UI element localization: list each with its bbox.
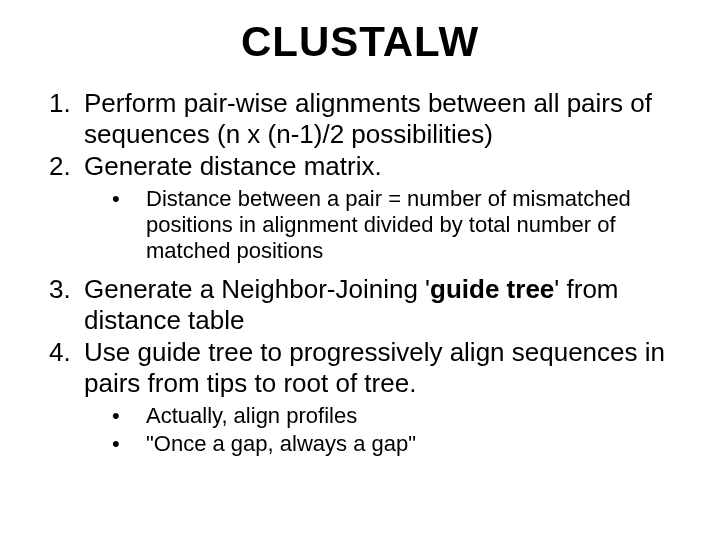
step-4-sub-a: Actually, align profiles [112,403,690,429]
step-4-sublist: Actually, align profiles "Once a gap, al… [84,403,690,457]
slide-title: CLUSTALW [30,18,690,66]
step-4-text: Use guide tree to progressively align se… [84,337,665,398]
step-3-bold: guide tree [430,274,554,304]
step-3-pre: Generate a Neighbor-Joining ' [84,274,430,304]
main-list: Perform pair-wise alignments between all… [30,88,690,456]
step-1: Perform pair-wise alignments between all… [78,88,690,149]
step-4: Use guide tree to progressively align se… [78,337,690,456]
step-2-sub-a: Distance between a pair = number of mism… [112,186,690,264]
step-3: Generate a Neighbor-Joining 'guide tree'… [78,274,690,335]
step-2: Generate distance matrix. Distance betwe… [78,151,690,264]
slide: CLUSTALW Perform pair-wise alignments be… [0,0,720,540]
step-2-sublist: Distance between a pair = number of mism… [84,186,690,264]
step-4-sub-b: "Once a gap, always a gap" [112,431,690,457]
step-2-text: Generate distance matrix. [84,151,382,181]
